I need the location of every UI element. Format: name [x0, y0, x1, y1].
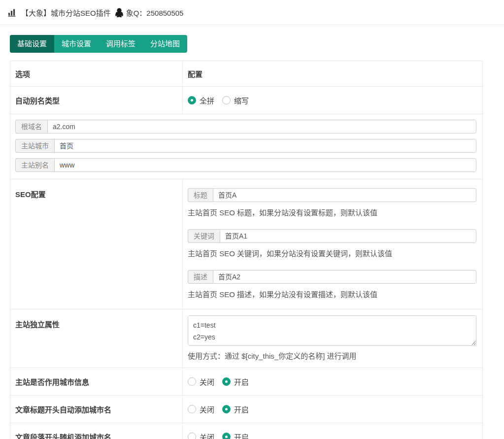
auto-alias-type-label: 自动别名类型	[10, 87, 183, 114]
row-seo-config: SEO配置 标题 主站首页 SEO 标题，如果分站没有设置标题，则默认该值 关键…	[10, 179, 483, 309]
root-domain-input[interactable]	[47, 120, 476, 134]
radio-abbreviation[interactable]	[222, 96, 231, 104]
table-header-row: 选项 配置	[10, 61, 483, 87]
main-site-city-addon: 主站城市	[15, 139, 54, 153]
app-header: 【大象】城市分站SEO插件 象Q：250850505	[0, 0, 504, 25]
seo-description-help: 主站首页 SEO 描述，如果分站没有设置描述，则默认该值	[188, 290, 476, 299]
qq-penguin-icon	[115, 8, 123, 17]
main-content: 基础设置 城市设置 调用标签 分站地图 选项 配置 自动别名类型 全拼	[0, 25, 504, 439]
seo-keywords-field: 关键词 主站首页 SEO 关键词，如果分站没有设置关键词，则默认该值	[188, 229, 476, 258]
paragraph-random-city-radio-group: 关闭 开启	[188, 431, 476, 439]
paragraph-random-city-off-radio[interactable]	[188, 433, 196, 439]
tab-bar: 基础设置 城市设置 调用标签 分站地图	[10, 35, 187, 53]
seo-description-field: 描述 主站首页 SEO 描述，如果分站没有设置描述，则默认该值	[188, 270, 476, 299]
seo-config-label: SEO配置	[10, 179, 183, 309]
seo-title-help: 主站首页 SEO 标题，如果分站没有设置标题，则默认该值	[188, 208, 476, 217]
seo-title-field: 标题 主站首页 SEO 标题，如果分站没有设置标题，则默认该值	[188, 188, 476, 217]
root-domain-addon: 根域名	[15, 120, 47, 134]
apply-city-info-on-label[interactable]: 开启	[234, 376, 249, 387]
seo-description-input[interactable]	[213, 270, 476, 284]
radio-full-pinyin[interactable]	[188, 96, 196, 104]
main-site-alias-group: 主站别名	[15, 158, 476, 172]
seo-title-input[interactable]	[213, 188, 476, 202]
apply-city-info-off-label[interactable]: 关闭	[200, 376, 214, 387]
apply-city-info-on-radio[interactable]	[222, 377, 231, 386]
main-site-alias-addon: 主站别名	[15, 158, 54, 172]
root-domain-group: 根域名	[15, 120, 476, 134]
apply-city-info-radio-group: 关闭 开启	[188, 376, 476, 387]
row-title-prefix-city: 文章标题开头自动添加城市名 关闭 开启	[10, 396, 483, 423]
main-site-city-group: 主站城市	[15, 139, 476, 153]
row-auto-alias-type: 自动别名类型 全拼 缩写	[10, 87, 483, 114]
row-apply-city-info: 主站是否作用城市信息 关闭 开启	[10, 368, 483, 396]
paragraph-random-city-on-label[interactable]: 开启	[234, 432, 249, 439]
apply-city-info-off-radio[interactable]	[188, 377, 196, 386]
independent-attrs-label: 主站独立属性	[10, 309, 183, 368]
seo-keywords-addon: 关键词	[188, 229, 220, 243]
main-site-alias-input[interactable]	[54, 158, 476, 172]
tab-basic-settings[interactable]: 基础设置	[10, 35, 54, 53]
column-header-option: 选项	[10, 61, 183, 87]
paragraph-random-city-label: 文章段落开头随机添加城市名	[10, 423, 183, 439]
seo-keywords-help: 主站首页 SEO 关键词，如果分站没有设置关键词，则默认该值	[188, 249, 476, 258]
title-prefix-city-radio-group: 关闭 开启	[188, 404, 476, 414]
settings-table: 选项 配置 自动别名类型 全拼 缩写	[10, 61, 483, 439]
radio-full-pinyin-label[interactable]: 全拼	[200, 95, 214, 105]
app-title: 【大象】城市分站SEO插件	[21, 7, 111, 18]
title-prefix-city-on-radio[interactable]	[222, 405, 231, 413]
row-paragraph-random-city: 文章段落开头随机添加城市名 关闭 开启	[10, 423, 483, 439]
independent-attrs-textarea[interactable]: c1=test c2=yes	[188, 315, 476, 346]
tab-call-tags[interactable]: 调用标签	[99, 35, 143, 53]
independent-attrs-hint: 使用方式：通过 $[city_this_你定义的名称] 进行调用	[188, 350, 476, 361]
title-prefix-city-off-label[interactable]: 关闭	[200, 404, 214, 414]
row-independent-attrs: 主站独立属性 c1=test c2=yes 使用方式：通过 $[city_thi…	[10, 309, 483, 368]
seo-keywords-input[interactable]	[220, 229, 476, 243]
seo-title-addon: 标题	[188, 188, 213, 202]
tab-city-settings[interactable]: 城市设置	[54, 35, 99, 53]
bar-chart-icon	[8, 8, 17, 17]
title-prefix-city-label: 文章标题开头自动添加城市名	[10, 396, 183, 423]
qq-contact: 象Q：250850505	[126, 7, 184, 18]
title-prefix-city-on-label[interactable]: 开启	[234, 404, 249, 414]
seo-description-addon: 描述	[188, 270, 213, 284]
paragraph-random-city-off-label[interactable]: 关闭	[200, 432, 214, 439]
row-domain-inputs: 根域名 主站城市 主站别名	[10, 114, 483, 179]
title-prefix-city-off-radio[interactable]	[188, 405, 196, 413]
column-header-config: 配置	[183, 61, 483, 87]
alias-type-radio-group: 全拼 缩写	[188, 95, 476, 105]
main-site-city-input[interactable]	[54, 139, 476, 153]
radio-abbreviation-label[interactable]: 缩写	[234, 95, 249, 105]
paragraph-random-city-on-radio[interactable]	[222, 433, 231, 439]
tab-subsite-map[interactable]: 分站地图	[143, 35, 187, 53]
apply-city-info-label: 主站是否作用城市信息	[10, 368, 183, 396]
